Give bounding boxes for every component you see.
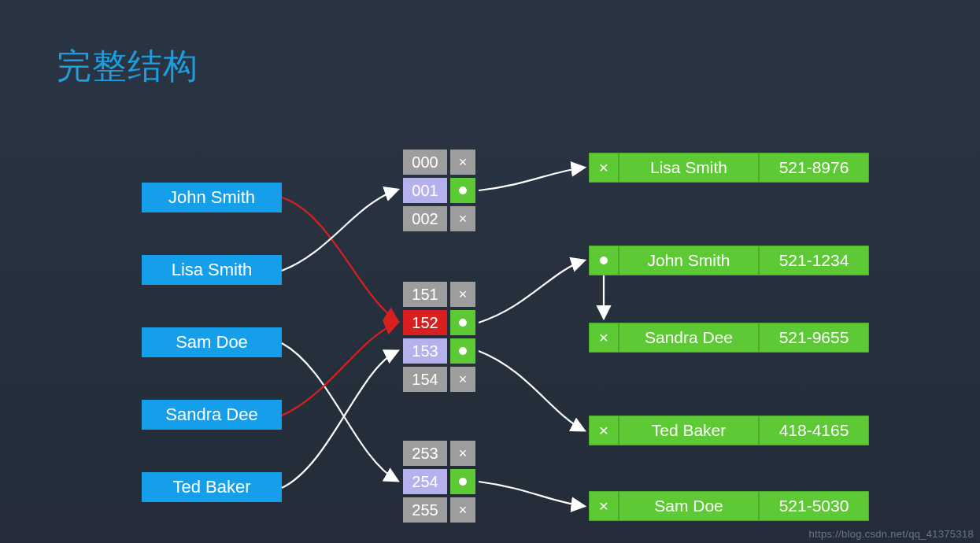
bucket-group: 151×152153154× <box>403 282 475 392</box>
bucket-index: 153 <box>403 338 447 364</box>
pointer-dot-icon <box>459 187 467 194</box>
empty-icon: × <box>450 282 475 307</box>
entry-row: ×Sam Doe521-5030 <box>589 491 869 521</box>
bucket-index: 151 <box>403 282 447 307</box>
empty-icon: × <box>450 206 475 231</box>
next-pointer-icon <box>589 246 619 275</box>
null-pointer-icon: × <box>589 416 619 445</box>
bucket-row: 253× <box>403 441 475 466</box>
bucket-group: 253×254255× <box>403 441 475 523</box>
bucket-index: 002 <box>403 206 447 231</box>
null-pointer-icon: × <box>589 323 619 353</box>
keys-column: John Smith Lisa Smith Sam Doe Sandra Dee… <box>142 183 282 502</box>
slide-title: 完整结构 <box>57 43 198 90</box>
bucket-row: 151× <box>403 282 475 307</box>
entry-name: Lisa Smith <box>619 153 759 183</box>
pointer-dot-icon <box>459 347 467 355</box>
empty-icon: × <box>450 497 475 523</box>
filled-icon <box>450 338 475 364</box>
bucket-row: 255× <box>403 497 475 523</box>
empty-icon: × <box>450 441 475 466</box>
bucket-index: 254 <box>403 469 447 494</box>
filled-icon <box>450 178 475 203</box>
entry-row: ×Lisa Smith521-8976 <box>589 153 869 183</box>
bucket-group: 000×001002× <box>403 150 475 231</box>
pointer-dot-icon <box>459 478 467 486</box>
bucket-index: 253 <box>403 441 447 466</box>
key-item: Ted Baker <box>142 472 282 502</box>
watermark-text: https://blog.csdn.net/qq_41375318 <box>809 528 974 540</box>
pointer-dot-icon <box>600 257 608 264</box>
bucket-row: 153 <box>403 338 475 364</box>
bucket-index: 154 <box>403 367 447 392</box>
filled-icon <box>450 469 475 494</box>
key-item: Sam Doe <box>142 327 282 357</box>
key-item: Sandra Dee <box>142 400 282 430</box>
pointer-dot-icon <box>459 319 467 327</box>
key-item: John Smith <box>142 183 282 212</box>
entry-name: Sam Doe <box>619 491 759 521</box>
entry-name: Sandra Dee <box>619 323 759 353</box>
entry-row: ×Ted Baker418-4165 <box>589 416 869 445</box>
bucket-row: 254 <box>403 469 475 494</box>
empty-icon: × <box>450 150 475 175</box>
entry-name: Ted Baker <box>619 416 759 445</box>
bucket-index: 000 <box>403 150 447 175</box>
key-item: Lisa Smith <box>142 255 282 285</box>
entry-phone: 521-1234 <box>759 246 869 275</box>
entry-phone: 521-8976 <box>759 153 869 183</box>
bucket-index: 255 <box>403 497 447 523</box>
bucket-row: 001 <box>403 178 475 203</box>
entry-row: John Smith521-1234 <box>589 246 869 275</box>
null-pointer-icon: × <box>589 491 619 521</box>
bucket-index: 001 <box>403 178 447 203</box>
empty-icon: × <box>450 367 475 392</box>
entry-phone: 521-5030 <box>759 491 869 521</box>
bucket-row: 002× <box>403 206 475 231</box>
bucket-row: 152 <box>403 310 475 335</box>
entry-name: John Smith <box>619 246 759 275</box>
bucket-index: 152 <box>403 310 447 335</box>
filled-icon <box>450 310 475 335</box>
bucket-row: 154× <box>403 367 475 392</box>
bucket-row: 000× <box>403 150 475 175</box>
entry-row: ×Sandra Dee521-9655 <box>589 323 869 353</box>
null-pointer-icon: × <box>589 153 619 183</box>
entry-phone: 521-9655 <box>759 323 869 353</box>
entry-phone: 418-4165 <box>759 416 869 445</box>
